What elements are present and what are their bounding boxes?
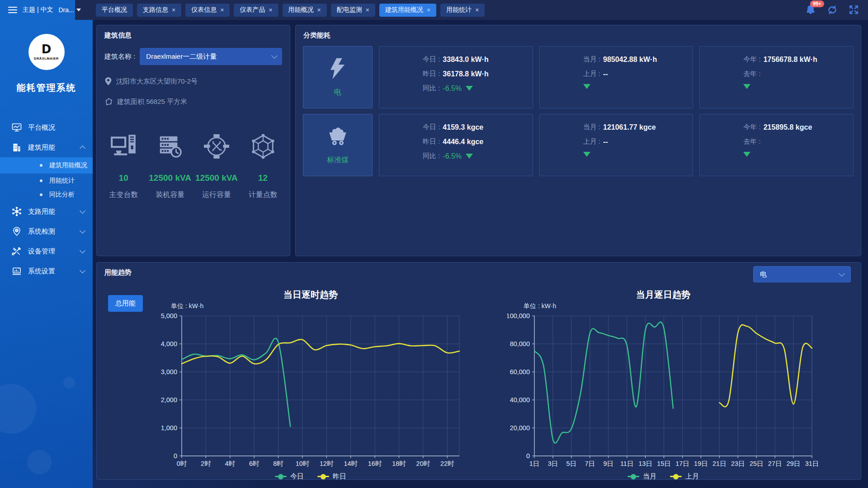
daily-hourly-trend-chart: 当日逐时趋势单位 : kW·h01,0002,0003,0004,0005,00…: [155, 289, 467, 481]
svg-text:20,000: 20,000: [510, 424, 530, 432]
profile-label: Dra...: [58, 6, 74, 14]
legend-marker-icon: [275, 476, 287, 477]
card-line-value: 4159.3 kgce: [443, 123, 483, 131]
tab-配电监测[interactable]: 配电监测×: [331, 4, 375, 17]
app-title: 能耗管理系统: [0, 82, 93, 94]
card-line: 今年 :215895.8 kgce: [743, 123, 849, 131]
refresh-icon[interactable]: [826, 4, 838, 16]
tab-仪表产品[interactable]: 仪表产品×: [234, 4, 278, 17]
chevron-down-icon: [80, 208, 85, 214]
tab-close-icon[interactable]: ×: [366, 7, 369, 13]
sidebar-item-平台概况[interactable]: 平台概况: [0, 117, 93, 137]
legend-item-今日[interactable]: 今日: [275, 472, 304, 481]
total-energy-button[interactable]: 总用能: [108, 295, 143, 312]
area-icon: [104, 98, 113, 106]
tab-close-icon[interactable]: ×: [172, 7, 175, 13]
energy-dashboard-app: D DRÄXLMAIER 能耗管理系统 平台概况建筑用能建筑用能概况用能统计同比…: [0, 0, 868, 488]
legend-item-上月[interactable]: 上月: [670, 472, 699, 481]
building-name-label: 建筑名称 :: [104, 52, 135, 61]
energy-type-select[interactable]: 电: [753, 266, 851, 282]
card-line: 当月 :121061.77 kgce: [583, 123, 689, 131]
svg-text:3,000: 3,000: [161, 368, 177, 375]
category-card: 今年 :215895.8 kgce去年 :: [699, 114, 854, 176]
minecart-icon: [326, 125, 349, 150]
tab-建筑用能概况[interactable]: 建筑用能概况×: [379, 4, 436, 17]
hamburger-menu-icon[interactable]: [8, 7, 17, 13]
svg-text:8时: 8时: [273, 460, 283, 467]
tab-close-icon[interactable]: ×: [427, 7, 430, 13]
stat-label: 装机容量: [147, 190, 193, 200]
tab-仪表信息[interactable]: 仪表信息×: [185, 4, 230, 17]
trend-down-icon: [743, 84, 750, 89]
chart-unit-label: 单位 : kW·h: [524, 302, 819, 311]
category-name: 标准煤: [327, 155, 349, 165]
category-row-标准煤: 标准煤今日 :4159.3 kgce昨日 :4446.4 kgce同比 :-6.…: [303, 114, 854, 176]
card-line: 昨日 :4446.4 kgce: [423, 137, 528, 146]
notifications-bell-icon[interactable]: 99+: [805, 4, 816, 16]
building-name-select[interactable]: Draexlmaier一二级计量: [140, 48, 282, 65]
sidebar-subitem-用能统计[interactable]: 用能统计: [0, 174, 93, 188]
tab-strip: 平台概况支路信息×仪表信息×仪表产品×用能概况×配电监测×建筑用能概况×用能统计…: [96, 0, 485, 20]
card-line: 今年 :1756678.8 kW·h: [743, 55, 849, 64]
tab-label: 建筑用能概况: [385, 6, 423, 14]
trend-down-icon: [743, 152, 750, 157]
stat-value: 12500 kVA: [193, 173, 240, 183]
tab-close-icon[interactable]: ×: [269, 7, 272, 13]
building-info-panel: 建筑信息 建筑名称 : Draexlmaier一二级计量 沈阳市大东区大望街70…: [96, 25, 290, 256]
legend-item-昨日[interactable]: 昨日: [317, 472, 346, 481]
tab-用能统计[interactable]: 用能统计×: [440, 4, 485, 17]
sidebar-item-label: 设备管理: [28, 247, 55, 256]
sidebar-subitem-label: 建筑用能概况: [49, 161, 87, 169]
legend-marker-icon: [317, 476, 329, 477]
legend-label: 上月: [685, 472, 699, 481]
location-pin-icon: [104, 77, 112, 86]
card-line-label: 今年 :: [743, 55, 760, 64]
svg-text:10时: 10时: [296, 460, 310, 467]
legend-label: 今日: [290, 472, 304, 481]
sidebar-item-系统检测[interactable]: 系统检测: [0, 221, 93, 241]
server-clock-icon: [147, 124, 193, 160]
sidebar-subitem-同比分析[interactable]: 同比分析: [0, 188, 93, 202]
card-line-label: 上月 :: [583, 70, 600, 78]
legend-item-当月[interactable]: 当月: [627, 472, 656, 481]
tab-支路信息[interactable]: 支路信息×: [137, 4, 181, 17]
sidebar-item-系统设置[interactable]: 系统设置: [0, 261, 93, 281]
tab-close-icon[interactable]: ×: [317, 7, 321, 13]
tab-label: 支路信息: [143, 6, 168, 14]
theme-language-label[interactable]: 主题 | 中文: [23, 6, 53, 14]
card-line-label: 同比 :: [423, 84, 440, 93]
line-chart-plot: 01,0002,0003,0004,0005,0000时2时4时6时8时10时1…: [155, 312, 467, 471]
category-card: 今日 :4159.3 kgce昨日 :4446.4 kgce同比 :-6.5%: [379, 114, 533, 176]
sidebar-item-支路用能[interactable]: 支路用能: [0, 202, 93, 221]
svg-text:15日: 15日: [657, 460, 671, 467]
svg-text:1日: 1日: [529, 460, 540, 467]
profile-dropdown[interactable]: Dra...: [58, 6, 80, 14]
card-line-label: 昨日 :: [423, 137, 440, 146]
fullscreen-icon[interactable]: [848, 4, 860, 16]
decor-bubble: [63, 377, 75, 389]
stat-value: 12: [240, 173, 286, 183]
svg-text:3日: 3日: [548, 460, 558, 467]
svg-text:14时: 14时: [344, 460, 358, 467]
card-line-label: 今日 :: [423, 55, 440, 64]
svg-text:27日: 27日: [768, 460, 782, 467]
settings-monitor-icon: [12, 266, 22, 276]
tab-用能概况[interactable]: 用能概况×: [283, 4, 327, 17]
tab-平台概况[interactable]: 平台概况: [96, 4, 133, 17]
svg-text:1,000: 1,000: [161, 424, 177, 432]
bullet-icon: [40, 164, 42, 167]
svg-text:25日: 25日: [750, 460, 764, 467]
sidebar-item-建筑用能[interactable]: 建筑用能: [0, 137, 93, 157]
topbar-left: 主题 | 中文 Dra...: [0, 0, 75, 20]
svg-text:9日: 9日: [603, 460, 613, 467]
tools-icon: [12, 246, 22, 256]
caret-down-icon: [76, 9, 81, 11]
tab-close-icon[interactable]: ×: [220, 7, 224, 13]
network-hub-icon: [193, 124, 240, 160]
sidebar-item-label: 建筑用能: [28, 143, 55, 152]
card-line-value: --: [603, 138, 608, 146]
tab-close-icon[interactable]: ×: [475, 7, 479, 13]
sidebar-subitem-建筑用能概况[interactable]: 建筑用能概况: [0, 157, 93, 174]
sidebar-item-设备管理[interactable]: 设备管理: [0, 241, 93, 261]
chevron-down-icon: [80, 228, 85, 234]
